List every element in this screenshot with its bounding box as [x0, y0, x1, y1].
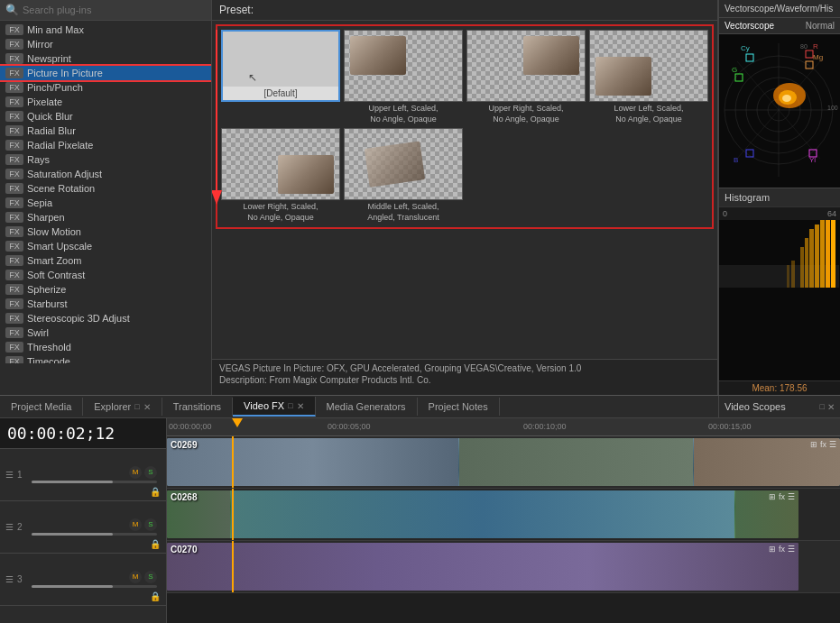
- plugin-item-swirl[interactable]: FX Swirl: [0, 325, 211, 340]
- plugin-item-soft-contrast[interactable]: FX Soft Contrast: [0, 268, 211, 282]
- track-3-menu-icon[interactable]: ☰: [788, 545, 795, 554]
- plugin-item-sharpen[interactable]: FX Sharpen: [0, 210, 211, 224]
- fx-badge: FX: [5, 140, 23, 151]
- track-3-lock-icon[interactable]: 🔒: [150, 591, 161, 601]
- fx-badge: FX: [5, 327, 23, 338]
- plugin-item-radial-blur[interactable]: FX Radial Blur: [0, 124, 211, 138]
- track-2-volume-slider[interactable]: [32, 533, 157, 536]
- playhead-line-2: [232, 489, 234, 540]
- fx-badge: FX: [5, 111, 23, 122]
- eye-upper-left: [350, 36, 406, 75]
- plugin-item-starburst[interactable]: FX Starburst: [0, 297, 211, 311]
- plugin-item-radial-pixelate[interactable]: FX Radial Pixelate: [0, 138, 211, 152]
- plugin-item-spherize[interactable]: FX Spherize: [0, 282, 211, 297]
- plugin-item-slow-motion[interactable]: FX Slow Motion: [0, 224, 211, 239]
- track-3-volume-fill: [32, 585, 113, 588]
- tab-project-notes[interactable]: Project Notes: [418, 398, 500, 416]
- plugin-item-newsprint[interactable]: FX Newsprint: [0, 51, 211, 66]
- svg-rect-32: [809, 229, 814, 288]
- track-3-hamburger-icon[interactable]: ☰: [5, 574, 14, 584]
- track-1-clip[interactable]: C0269 ⊞ fx ☰: [167, 438, 840, 486]
- plugin-name: Slow Motion: [27, 226, 81, 237]
- track-header-1: ☰ 1 M S 🔒: [0, 449, 166, 501]
- track-2-hamburger-icon[interactable]: ☰: [5, 522, 14, 532]
- track-3-resize-icon[interactable]: ⊞: [769, 545, 776, 554]
- ruler-mark-5: 00:00:05;00: [328, 422, 371, 431]
- tab-close-btn[interactable]: ✕: [297, 401, 304, 411]
- preset-item-lower-left[interactable]: Lower Left, Scaled,No Angle, Opaque: [589, 30, 708, 124]
- histogram-svg: [719, 220, 839, 288]
- preset-caption-ur: Upper Right, Scaled,No Angle, Opaque: [488, 104, 563, 124]
- search-input[interactable]: [23, 5, 206, 15]
- track-1-volume-slider[interactable]: [32, 481, 157, 483]
- tab-video-fx[interactable]: Video FX □ ✕: [233, 397, 316, 417]
- preset-item-upper-right[interactable]: Upper Right, Scaled,No Angle, Opaque: [466, 30, 586, 124]
- svg-text:Cy: Cy: [741, 44, 750, 52]
- track-1-fx-icon[interactable]: fx: [820, 440, 826, 449]
- track-2-body: M S: [28, 518, 161, 536]
- track-3-volume-slider[interactable]: [32, 585, 157, 588]
- plugin-item-saturation-adjust[interactable]: FX Saturation Adjust: [0, 167, 211, 181]
- eye-middle-left: [365, 142, 426, 188]
- plugin-item-timecode[interactable]: FX Timecode: [0, 354, 211, 363]
- tab-project-media[interactable]: Project Media: [0, 398, 83, 416]
- track-3-clip[interactable]: C0270 ⊞ fx ☰: [167, 543, 798, 591]
- preset-grid-area[interactable]: [Default] ↖ Upper Left, Scaled,No Angle,…: [212, 21, 717, 359]
- plugin-item-smart-zoom[interactable]: FX Smart Zoom: [0, 253, 211, 268]
- plugin-name: Radial Blur: [27, 125, 76, 136]
- track-1-menu-icon[interactable]: ☰: [829, 440, 836, 449]
- scope-tab-close[interactable]: ✕: [827, 402, 835, 412]
- plugin-item-picture-in-picture[interactable]: FX Picture In Picture: [0, 66, 211, 80]
- preset-panel: Preset:: [212, 0, 718, 395]
- fx-badge: FX: [5, 68, 23, 78]
- preset-item-middle-left[interactable]: Middle Left, Scaled,Angled, Translucent: [344, 128, 463, 223]
- plugin-item-scene-rotation[interactable]: FX Scene Rotation: [0, 181, 211, 196]
- track-2-menu-icon[interactable]: ☰: [788, 492, 795, 501]
- track-3-fx-icon[interactable]: fx: [779, 545, 785, 554]
- track-2-clip[interactable]: C0268 ⊞ fx ☰: [167, 490, 798, 538]
- preset-caption-ul: Upper Left, Scaled,No Angle, Opaque: [368, 104, 438, 124]
- plugin-item-rays[interactable]: FX Rays: [0, 152, 211, 167]
- track-1-resize-icon[interactable]: ⊞: [810, 440, 817, 449]
- plugin-item-mirror[interactable]: FX Mirror: [0, 37, 211, 51]
- tab-explorer[interactable]: Explorer □ ✕: [83, 398, 162, 416]
- tab-media-generators[interactable]: Media Generators: [316, 398, 418, 416]
- track-2-mute-btn[interactable]: M: [129, 518, 142, 531]
- preset-thumb-lower-right: [221, 128, 340, 200]
- track-1-mute-btn[interactable]: M: [129, 466, 142, 479]
- track-2-resize-icon[interactable]: ⊞: [769, 492, 776, 501]
- tab-label: Video FX: [244, 400, 284, 411]
- timecode-display: 00:00:02;12: [0, 418, 166, 449]
- timeline-right: 00:00:00;00 00:00:05;00 00:00:10;00 00:0…: [167, 418, 840, 623]
- plugin-item-pixelate[interactable]: FX Pixelate: [0, 95, 211, 109]
- tab-close-btn[interactable]: ✕: [143, 402, 151, 412]
- track-1-hamburger-icon[interactable]: ☰: [5, 470, 14, 480]
- preset-item-upper-left[interactable]: Upper Left, Scaled,No Angle, Opaque: [344, 30, 463, 124]
- clip-1-content: [167, 438, 840, 486]
- plugin-item-pinch/punch[interactable]: FX Pinch/Punch: [0, 80, 211, 95]
- preset-item-default[interactable]: [Default] ↖: [221, 30, 340, 124]
- plugin-item-stereoscopic-3d-adjust[interactable]: FX Stereoscopic 3D Adjust: [0, 311, 211, 325]
- track-1-lock-icon[interactable]: 🔒: [150, 487, 161, 497]
- plugin-item-threshold[interactable]: FX Threshold: [0, 340, 211, 354]
- main-tabs: Project MediaExplorer □ ✕TransitionsVide…: [0, 396, 718, 417]
- track-2-lock-icon[interactable]: 🔒: [150, 539, 161, 549]
- track-2-fx-icon[interactable]: fx: [779, 492, 785, 501]
- clip-3-content: [167, 543, 798, 591]
- track-3-solo-btn[interactable]: S: [144, 571, 157, 583]
- tab-transitions[interactable]: Transitions: [162, 398, 233, 416]
- plugin-item-sepia[interactable]: FX Sepia: [0, 196, 211, 210]
- vectorscope-tab-label[interactable]: Vectorscope: [725, 21, 774, 31]
- track-2-controls: ☰: [5, 522, 14, 532]
- fx-badge: FX: [5, 241, 23, 252]
- track-3-mute-btn[interactable]: M: [129, 571, 142, 583]
- preset-item-lower-right[interactable]: Lower Right, Scaled,No Angle, Opaque: [221, 128, 340, 223]
- plugin-item-quick-blur[interactable]: FX Quick Blur: [0, 109, 211, 124]
- plugin-item-smart-upscale[interactable]: FX Smart Upscale: [0, 239, 211, 253]
- preset-caption-lr: Lower Right, Scaled,No Angle, Opaque: [243, 202, 318, 223]
- track-1-solo-btn[interactable]: S: [144, 466, 157, 479]
- scope-tab-label[interactable]: Video Scopes: [725, 401, 820, 412]
- plugin-item-min-and-max[interactable]: FX Min and Max: [0, 23, 211, 37]
- track-2-solo-btn[interactable]: S: [144, 518, 157, 531]
- track-3-clip-icons: ⊞ fx ☰: [769, 545, 795, 554]
